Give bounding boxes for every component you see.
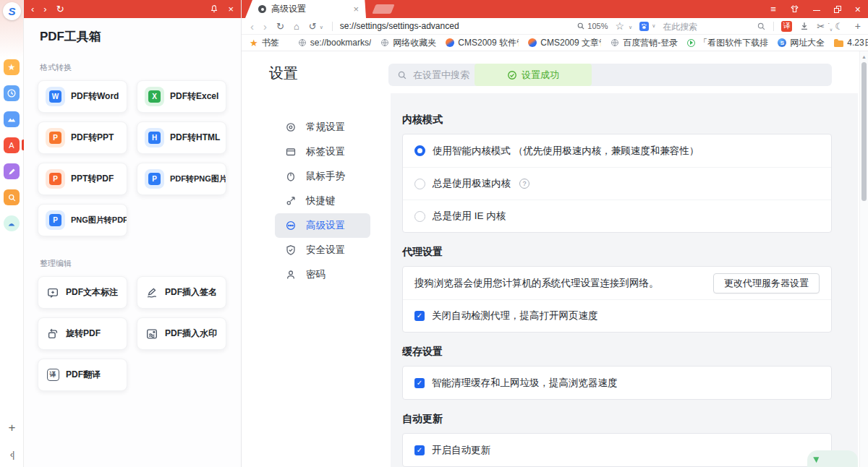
bookmark-item[interactable]: 网络收藏夹 [380, 37, 436, 49]
bookmark-root[interactable]: ★书签 [250, 37, 279, 49]
radio-selected[interactable] [414, 145, 425, 156]
nav-advanced-settings[interactable]: 高级设置 [275, 213, 370, 238]
pdf-png-icon: P [145, 169, 164, 189]
panel-close-icon[interactable]: × [228, 4, 234, 14]
person-icon [285, 269, 297, 280]
panel-forward-icon[interactable]: › [43, 4, 46, 14]
notes-pen-icon[interactable] [4, 163, 20, 179]
pdf-excel-icon: X [145, 87, 164, 106]
sogou-paw-icon[interactable] [639, 22, 649, 31]
favorites-app-icon[interactable]: ★ [4, 59, 20, 75]
pdf-signature-button[interactable]: PDF插入签名 [137, 276, 226, 309]
add-app-button[interactable]: + [0, 421, 24, 434]
url-text[interactable]: se://settings/settings-advanced [340, 21, 571, 31]
skin-shirt-icon[interactable] [790, 4, 799, 14]
browser-window: S ★ A + ‹| ‹ › ↻ [0, 0, 868, 467]
settings-search-box[interactable]: 设置成功 [388, 64, 832, 86]
forward-icon[interactable]: › [263, 21, 267, 32]
shortcut-arrow-icon [285, 195, 297, 207]
proxy-checkbox-row[interactable]: ✓ 关闭自动检测代理，提高打开网页速度 [403, 299, 831, 332]
radio-unselected[interactable] [414, 179, 425, 189]
bookmark-folder[interactable]: 4.23日日常经常 [834, 37, 868, 49]
history-clock-icon[interactable] [4, 85, 20, 101]
translate-page-icon[interactable]: 译 [781, 21, 792, 32]
ppt-to-pdf-button[interactable]: P PPT转PDF [38, 163, 127, 195]
cache-checkbox-row[interactable]: ✓ 智能清理缓存和上网垃圾，提高浏览器速度 [403, 367, 831, 399]
pdf-watermark-button[interactable]: PDF插入水印 [137, 317, 226, 350]
bookmark-item[interactable]: se://bookmarks/ [298, 38, 372, 48]
radio-unselected[interactable] [414, 211, 425, 222]
refresh-icon[interactable]: ↻ [276, 22, 284, 31]
toolbar-search-field[interactable] [663, 21, 749, 32]
undo-close-icon[interactable]: ↺ [309, 22, 317, 31]
tab-advanced-settings[interactable]: 高级设置 × [245, 0, 366, 18]
panel-bell-icon[interactable] [210, 4, 218, 14]
nav-passwords[interactable]: 密码 [275, 262, 370, 287]
collapse-panel-button[interactable]: ‹| [0, 450, 24, 459]
bookmark-item[interactable]: CMS2009 文章管 [528, 37, 601, 49]
nav-mouse-gestures[interactable]: 鼠标手势 [275, 164, 370, 189]
help-icon[interactable]: ? [519, 179, 529, 189]
pdf-to-png-button[interactable]: P PDF转PNG图片 [137, 163, 226, 195]
pdf-to-excel-button[interactable]: X PDF转Excel [137, 80, 226, 113]
restore-icon[interactable] [834, 6, 841, 13]
minimize-icon[interactable] [813, 7, 820, 11]
panel-refresh-icon[interactable]: ↻ [56, 4, 64, 14]
floating-widget[interactable] [807, 450, 858, 467]
close-window-icon[interactable]: × [855, 4, 861, 14]
pdf-translate-button[interactable]: 译 PDF翻译 [38, 359, 127, 391]
checkbox-checked[interactable]: ✓ [414, 311, 425, 321]
nav-security-settings[interactable]: 安全设置 [275, 238, 370, 262]
kernel-option-ie[interactable]: 总是使用 IE 内核 [403, 200, 831, 232]
zoom-control[interactable]: 105% [576, 22, 608, 30]
back-icon[interactable]: ‹ [250, 21, 254, 32]
rotate-pdf-button[interactable]: 旋转PDF [38, 317, 127, 350]
bookmark-item[interactable]: S网址大全 [778, 37, 825, 49]
undo-caret-icon[interactable]: ∨ [320, 25, 323, 30]
update-checkbox-row[interactable]: ✓ 开启自动更新 [403, 434, 831, 466]
sogou-logo[interactable]: S [3, 2, 21, 20]
bookmark-item[interactable]: CMS2009 软件管 [446, 37, 519, 49]
nav-tab-settings[interactable]: 标签设置 [275, 140, 370, 164]
scrollbar-up-arrow[interactable]: ▲ [860, 54, 868, 59]
weather-app-icon[interactable] [4, 215, 20, 231]
scissors-caret-icon[interactable]: ∨ [830, 27, 833, 32]
png-to-pdf-button[interactable]: P PNG图片转PDF [38, 204, 127, 236]
new-tab-button[interactable] [372, 4, 394, 14]
download-icon[interactable] [799, 21, 809, 31]
tab-close-icon[interactable]: × [353, 4, 359, 14]
home-icon[interactable]: ⌂ [294, 22, 299, 31]
gallery-mountain-icon[interactable] [4, 111, 20, 127]
star-caret-icon[interactable]: ∨ [629, 25, 632, 30]
favorite-star-icon[interactable]: ☆ [615, 21, 624, 31]
main-menu-icon[interactable]: ≡ [770, 4, 776, 14]
checkbox-checked[interactable]: ✓ [414, 378, 425, 388]
panel-back-icon[interactable]: ‹ [31, 4, 34, 14]
checkbox-checked[interactable]: ✓ [414, 445, 425, 455]
search-app-icon[interactable] [4, 189, 20, 205]
pdf-to-html-button[interactable]: H PDF转HTML [137, 121, 226, 154]
bookmark-item[interactable]: 百度营销-登录 [610, 37, 678, 49]
nav-shortcuts[interactable]: 快捷键 [275, 189, 370, 213]
kernel-option-speed[interactable]: 总是使用极速内核 ? [403, 167, 831, 200]
screenshot-scissors-icon[interactable]: ✂·∨ [817, 21, 825, 32]
search-engine-caret-icon[interactable]: ∨ [652, 23, 655, 29]
toolbar-search-input[interactable] [663, 22, 749, 32]
pdf-to-ppt-button[interactable]: P PDF转PPT [38, 121, 127, 154]
add-extension-plus-icon[interactable]: + [855, 21, 861, 31]
check-circle-icon [507, 70, 517, 80]
proxy-card: 搜狗浏览器会使用您计算机的系统代理设置连接到网络。 更改代理服务器设置 ✓ 关闭… [402, 266, 832, 333]
cache-card: ✓ 智能清理缓存和上网垃圾，提高浏览器速度 [402, 366, 832, 400]
search-go-icon[interactable] [757, 22, 766, 31]
nav-general-settings[interactable]: 常规设置 [275, 115, 370, 140]
kernel-option-smart[interactable]: 使用智能内核模式 （优先使用极速内核，兼顾速度和兼容性） [403, 134, 831, 167]
night-mode-moon-icon[interactable]: ☾ [835, 22, 843, 31]
pdf-toolbox-icon[interactable]: A [4, 137, 20, 153]
pdf-to-word-button[interactable]: W PDF转Word [38, 80, 127, 113]
scrollbar[interactable]: ▲ [859, 51, 868, 467]
scrollbar-thumb[interactable] [861, 62, 867, 201]
globe-icon [298, 38, 307, 47]
bookmark-item[interactable]: 「看图软件下载排 [687, 37, 768, 49]
change-proxy-button[interactable]: 更改代理服务器设置 [713, 273, 820, 294]
pdf-annotate-button[interactable]: PDF文本标注 [38, 276, 127, 309]
